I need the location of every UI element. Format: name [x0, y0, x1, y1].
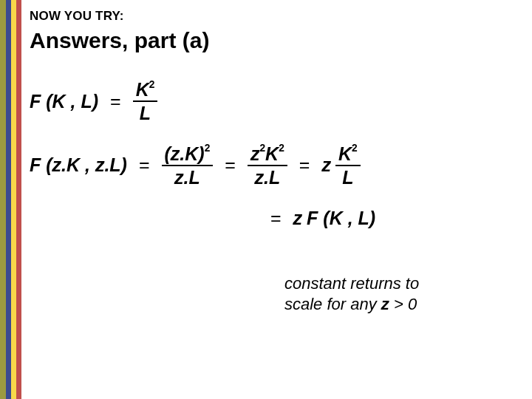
eq2-zcoef: z — [321, 154, 335, 176]
fraction-bar — [133, 100, 158, 102]
eq2-f3-num-k: K — [338, 143, 352, 164]
eq2-equals-2: = — [213, 154, 248, 176]
eq2-equals-3: = — [287, 154, 322, 176]
eq2-f3-den: L — [339, 168, 356, 187]
conclusion-line2a: scale for any — [284, 295, 381, 313]
equation-row-2: F (z.K , z.L) = (z.K)2 z.L = z2K2 z.L = … — [30, 144, 517, 188]
eq2-f2-num-k: K — [265, 143, 279, 164]
fraction-bar — [248, 165, 287, 166]
eq2-fraction-3: K2 L — [335, 144, 361, 188]
equation-row-3: = z F (K , L) — [259, 208, 517, 229]
fraction-bar — [162, 165, 214, 166]
eq2-lhs: F (z.K , z.L) — [30, 154, 127, 176]
conclusion-line2b: > 0 — [389, 295, 417, 313]
eq2-f2-den: z.L — [252, 168, 284, 187]
eq2-f2-num: z2K2 — [248, 144, 287, 163]
accent-stripe-yellow — [11, 0, 16, 399]
eq1-denominator: L — [137, 103, 154, 123]
eq2-fraction-2: z2K2 z.L — [248, 144, 287, 188]
eq2-f3-num-exp: 2 — [352, 143, 358, 154]
accent-stripe-olive — [0, 0, 6, 399]
eq2-f1-den: z.L — [171, 168, 203, 187]
slide-kicker: NOW YOU TRY: — [30, 9, 517, 24]
eq3-equals: = — [259, 208, 293, 229]
eq1-numerator: K2 — [133, 80, 158, 99]
eq3-fk: F (K , L) — [307, 208, 375, 229]
equation-row-1: F (K , L) = K2 L — [30, 80, 517, 123]
eq1-num-exp: 2 — [149, 79, 155, 90]
eq1-equals: = — [98, 91, 133, 112]
eq2-f2-num-exp2: 2 — [279, 143, 284, 154]
eq2-equals-1: = — [127, 154, 162, 176]
eq2-f2-num-exp1: 2 — [259, 143, 265, 154]
conclusion-text: constant returns to scale for any z > 0 — [284, 273, 419, 314]
eq2-f1-num: (z.K)2 — [162, 144, 214, 163]
eq1-fraction: K2 L — [133, 80, 158, 123]
eq1-lhs: F (K , L) — [30, 91, 98, 112]
eq2-f1-num-base: (z.K) — [165, 143, 205, 164]
accent-stripe-red — [16, 0, 21, 399]
equations-block: F (K , L) = K2 L F (z.K , z.L) = (z.K)2 … — [30, 80, 517, 229]
eq3-zcoef: z — [293, 208, 307, 229]
eq2-fraction-1: (z.K)2 z.L — [162, 144, 214, 188]
slide-content: NOW YOU TRY: Answers, part (a) F (K , L)… — [30, 9, 517, 229]
slide-title: Answers, part (a) — [30, 28, 517, 53]
eq2-f1-num-exp: 2 — [205, 143, 211, 154]
accent-stripe-blue — [6, 0, 11, 399]
eq2-f3-num: K2 — [335, 144, 361, 163]
fraction-bar — [335, 165, 361, 166]
conclusion-line1: constant returns to — [284, 274, 419, 293]
eq2-f2-num-z: z — [250, 143, 260, 164]
conclusion-zvar: z — [381, 295, 389, 313]
eq1-num-k: K — [136, 79, 149, 100]
